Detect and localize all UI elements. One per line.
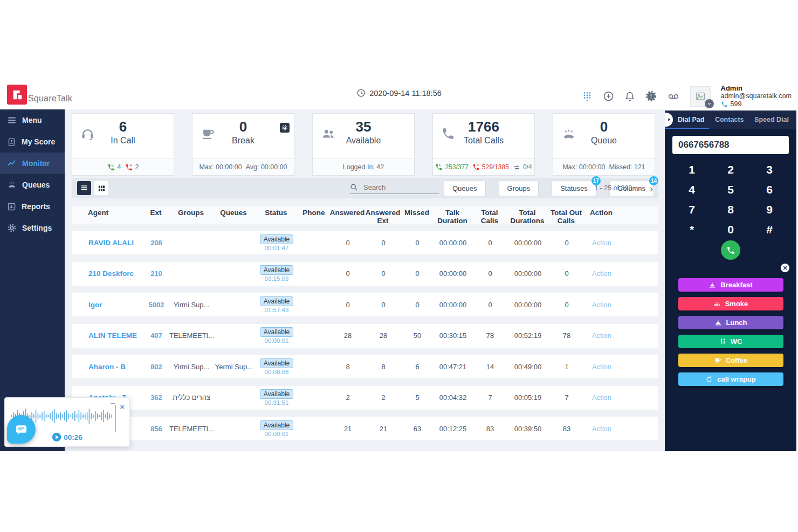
search-input[interactable] xyxy=(362,183,432,192)
keypad-key[interactable]: 4 xyxy=(672,179,711,199)
next-page-chevron[interactable]: › xyxy=(650,183,653,194)
action-link[interactable]: Action xyxy=(586,301,618,309)
agent-name-link[interactable]: 210 Deskforc xyxy=(79,270,143,278)
agent-name-link[interactable]: Aharon - B xyxy=(79,363,143,371)
column-header[interactable]: Groups xyxy=(169,209,213,217)
table-row: ALIN TELEME 407 TELEMEETI... Available 0… xyxy=(72,323,658,348)
action-link[interactable]: Action xyxy=(586,270,618,278)
agent-ext-link[interactable]: 208 xyxy=(143,239,169,247)
gear-icon xyxy=(7,223,17,233)
column-header[interactable]: Phone xyxy=(298,209,329,217)
status-button-smoke[interactable]: Smoke xyxy=(678,297,783,310)
action-link[interactable]: Action xyxy=(586,239,618,247)
status-button-breakfast[interactable]: Breakfast xyxy=(678,278,783,292)
agent-name-link[interactable]: Igor xyxy=(79,301,143,309)
column-header[interactable]: Ext xyxy=(143,209,169,217)
column-header[interactable]: Answered xyxy=(329,209,365,217)
sidebar-item-settings[interactable]: Settings xyxy=(0,217,65,239)
column-header[interactable]: Status xyxy=(254,209,298,217)
table-row: RAVID ALALI 208 Available 00:01:47 0 0 0… xyxy=(72,230,658,255)
column-header[interactable]: Queues xyxy=(213,209,254,217)
keypad-key[interactable]: 8 xyxy=(711,199,750,219)
agent-ext-link[interactable]: 362 xyxy=(143,393,169,402)
answered-count: 0 xyxy=(330,301,366,309)
play-button[interactable] xyxy=(52,432,61,442)
column-header[interactable]: Total Out Calls xyxy=(547,209,585,224)
agent-ext-link[interactable]: 802 xyxy=(143,363,169,371)
agent-ext-link[interactable]: 856 xyxy=(143,425,169,433)
total-calls-count: 0 xyxy=(472,239,508,247)
column-header[interactable]: Total Calls xyxy=(472,209,507,224)
user-menu-chevron[interactable] xyxy=(705,99,714,108)
column-header[interactable]: Talk Duration xyxy=(433,209,472,224)
user-avatar[interactable] xyxy=(690,86,711,107)
filter-button[interactable]: Statuses17 xyxy=(552,181,596,196)
agent-ext-link[interactable]: 210 xyxy=(143,270,169,278)
call-button[interactable] xyxy=(721,240,740,260)
brand-logo[interactable]: SquareTalk xyxy=(7,85,72,105)
filter-button[interactable]: Groups xyxy=(499,181,539,196)
status-badge: Available xyxy=(260,358,293,368)
answered-count: 21 xyxy=(330,425,366,433)
missed-count: 63 xyxy=(401,425,434,433)
tab-speed-dial[interactable]: Speed Dial xyxy=(754,116,789,123)
action-link[interactable]: Action xyxy=(586,425,618,433)
agent-name-link[interactable]: ALIN TELEME xyxy=(79,331,143,340)
column-header[interactable]: Agent xyxy=(78,209,143,217)
agent-name-link[interactable]: RAVID ALALI xyxy=(79,239,143,247)
column-header[interactable]: Missed xyxy=(401,209,433,217)
action-link[interactable]: Action xyxy=(586,393,618,402)
keypad-key[interactable]: 9 xyxy=(750,199,789,219)
keypad-key[interactable]: 1 xyxy=(672,160,711,179)
add-icon[interactable] xyxy=(603,91,614,102)
chat-launcher[interactable] xyxy=(7,415,36,444)
keypad-key[interactable]: 7 xyxy=(672,199,711,219)
break-settings-button[interactable] xyxy=(280,123,290,133)
voicemail-icon[interactable] xyxy=(667,91,680,102)
support-badge-icon[interactable] xyxy=(645,91,657,102)
agent-ext-link[interactable]: 407 xyxy=(143,331,169,340)
sidebar-item-monitor[interactable]: Monitor xyxy=(0,153,65,174)
column-header[interactable]: Answered Ext xyxy=(365,209,401,224)
status-button-lunch[interactable]: Lunch xyxy=(678,316,783,329)
filter-button[interactable]: Queues xyxy=(444,181,486,196)
sidebar-item-reports[interactable]: Reports xyxy=(0,196,65,217)
sidebar-item-queues[interactable]: Queues xyxy=(0,174,65,196)
list-view-toggle[interactable] xyxy=(77,181,91,195)
column-header[interactable]: Total Durations xyxy=(507,209,547,224)
missed-count: 5 xyxy=(401,393,434,402)
panel-collapse-handle[interactable] xyxy=(665,113,673,127)
keypad-key[interactable]: 2 xyxy=(711,160,750,179)
total-calls-count: 14 xyxy=(472,363,508,371)
close-statuses-button[interactable]: ✕ xyxy=(781,264,789,272)
dial-number-input[interactable] xyxy=(672,136,789,154)
sidebar-item-my-score[interactable]: My Score xyxy=(0,131,65,153)
keypad-key[interactable]: * xyxy=(672,219,711,239)
column-header[interactable]: Action xyxy=(585,209,617,217)
action-link[interactable]: Action xyxy=(586,331,618,340)
status-button-wc[interactable]: WC xyxy=(678,335,783,348)
keypad-key[interactable]: 6 xyxy=(750,179,789,199)
status-button-call-wrapup[interactable]: call wrapup xyxy=(678,372,783,386)
keypad-key[interactable]: 0 xyxy=(711,219,750,239)
stat-card-queue: 0 Queue Max: 00:00:00 Missed: 121 xyxy=(553,113,655,176)
tab-contacts[interactable]: Contacts xyxy=(715,116,744,123)
agent-ext-link[interactable]: 5002 xyxy=(143,301,169,309)
agent-table: RAVID ALALI 208 Available 00:01:47 0 0 0… xyxy=(72,230,658,441)
action-link[interactable]: Action xyxy=(586,363,618,371)
keypad-key[interactable]: 5 xyxy=(711,179,750,199)
answered-ext-count: 8 xyxy=(366,363,401,371)
talk-duration: 00:04:32 xyxy=(434,393,472,402)
keypad-key[interactable]: 3 xyxy=(750,160,789,179)
sidebar-item-menu[interactable]: Menu xyxy=(0,109,65,131)
answered-ext-count: 2 xyxy=(366,393,401,402)
keypad-key[interactable]: # xyxy=(750,219,789,239)
grid-view-toggle[interactable] xyxy=(94,181,108,195)
list-view-icon xyxy=(80,184,88,192)
tab-dial-pad[interactable]: Dial Pad xyxy=(678,116,704,123)
dialpad-toggle-icon[interactable] xyxy=(582,91,593,102)
notifications-bell-icon[interactable] xyxy=(624,91,635,102)
prev-page-chevron[interactable]: ‹ xyxy=(639,183,642,194)
inbound-call-icon xyxy=(107,163,115,171)
status-button-coffee[interactable]: Coffee xyxy=(678,354,783,367)
